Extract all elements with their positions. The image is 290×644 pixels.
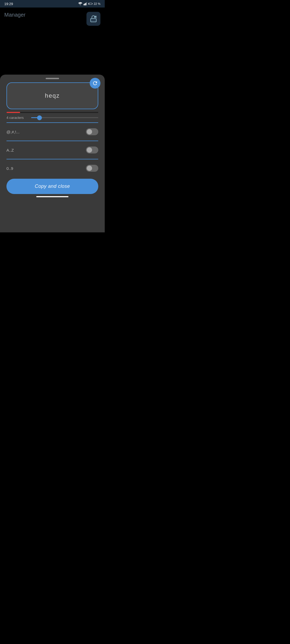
copy-and-close-button[interactable]: Copy and close <box>6 179 98 194</box>
separator-1 <box>6 122 98 123</box>
digits-thumb <box>87 166 92 171</box>
svg-rect-5 <box>92 3 93 4</box>
signal-icon <box>84 2 87 5</box>
lock-open-button[interactable] <box>86 12 100 26</box>
generated-password: heqz <box>45 92 60 99</box>
uppercase-thumb <box>87 147 92 153</box>
strength-bar-fill <box>6 112 20 113</box>
svg-rect-1 <box>85 3 85 5</box>
refresh-button[interactable] <box>90 78 100 89</box>
app-area: Manager <box>0 8 105 75</box>
special-chars-label: @,#,!... <box>6 130 20 134</box>
lock-open-icon <box>90 15 97 23</box>
svg-point-9 <box>96 16 96 17</box>
separator-3 <box>6 159 98 159</box>
home-indicator <box>36 196 68 197</box>
status-bar: 19:29 22 % <box>0 0 105 8</box>
bottom-sheet: heqz 4 caracters @,#,!... A..Z 0..9 <box>0 75 105 232</box>
toggle-row-digits: 0..9 <box>6 162 98 174</box>
svg-rect-6 <box>89 3 89 4</box>
uppercase-toggle[interactable] <box>86 147 98 153</box>
password-display-box: heqz <box>6 82 98 109</box>
app-title: Manager <box>4 12 26 18</box>
status-icons: 22 % <box>78 2 100 5</box>
status-time: 19:29 <box>4 2 13 6</box>
digits-label: 0..9 <box>6 166 13 171</box>
character-count-slider[interactable] <box>31 117 98 118</box>
slider-row: 4 caracters <box>6 116 98 120</box>
svg-rect-7 <box>91 19 96 22</box>
special-chars-toggle[interactable] <box>86 128 98 135</box>
separator-2 <box>6 141 98 141</box>
digits-toggle[interactable] <box>86 165 98 172</box>
wifi-icon <box>78 2 82 5</box>
slider-label: 4 caracters <box>6 116 28 120</box>
svg-point-10 <box>96 17 96 17</box>
svg-rect-2 <box>85 3 86 5</box>
refresh-icon <box>92 80 98 86</box>
strength-bar-container <box>6 112 98 113</box>
special-chars-thumb <box>87 129 92 134</box>
battery-icon <box>88 2 93 5</box>
toggle-row-uppercase: A..Z <box>6 144 98 156</box>
toggle-row-special: @,#,!... <box>6 126 98 138</box>
svg-rect-3 <box>86 2 87 5</box>
battery-percent: 22 % <box>94 2 100 5</box>
uppercase-label: A..Z <box>6 148 14 152</box>
drag-handle <box>46 78 59 79</box>
svg-rect-0 <box>84 4 84 5</box>
